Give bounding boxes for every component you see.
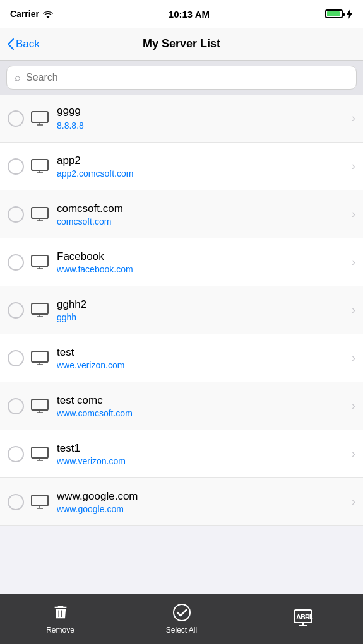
list-item[interactable]: test comc www.comcsoft.com ›	[0, 382, 363, 430]
select-all-button[interactable]: Select All	[121, 594, 242, 644]
svg-rect-16	[32, 303, 48, 314]
radio-circle[interactable]	[8, 494, 24, 510]
monitor-icon	[30, 158, 49, 175]
list-item[interactable]: test wwe.verizon.com ›	[0, 334, 363, 382]
server-url: 8.8.8.8	[57, 120, 347, 131]
back-label: Back	[16, 38, 40, 50]
server-info: 9999 8.8.8.8	[57, 107, 347, 131]
server-url: www.verizon.com	[57, 456, 347, 466]
server-info: test comc www.comcsoft.com	[57, 394, 347, 418]
server-name: app2	[57, 155, 347, 167]
back-button[interactable]: Back	[8, 38, 40, 50]
chevron-right-icon: ›	[352, 208, 355, 221]
remove-label: Remove	[46, 626, 74, 635]
server-name: Facebook	[57, 250, 347, 263]
battery-area	[325, 9, 353, 19]
server-url: gghh	[57, 312, 347, 322]
monitor-icon	[30, 206, 49, 223]
server-info: test wwe.verizon.com	[57, 346, 347, 370]
list-item[interactable]: 9999 8.8.8.8 ›	[0, 95, 363, 143]
server-info: gghh2 gghh	[57, 298, 347, 322]
list-item[interactable]: comcsoft.com comcsoft.com ›	[0, 190, 363, 238]
back-chevron-icon	[8, 38, 14, 50]
search-bar: ⌕	[6, 66, 357, 90]
server-url: comcsoft.com	[57, 216, 347, 226]
server-info: test1 www.verizon.com	[57, 442, 347, 466]
server-url: www.comcsoft.com	[57, 408, 347, 418]
select-all-label: Select All	[166, 626, 197, 635]
server-url: wwe.verizon.com	[57, 360, 347, 370]
server-info: app2 app2.comcsoft.com	[57, 155, 347, 179]
page-title: My Server List	[143, 37, 220, 50]
list-item[interactable]: www.google.com www.google.com ›	[0, 478, 363, 526]
remove-button[interactable]: Remove	[0, 594, 121, 644]
list-item[interactable]: gghh2 gghh ›	[0, 286, 363, 334]
server-name: test1	[57, 442, 347, 455]
chevron-right-icon: ›	[352, 447, 355, 460]
svg-rect-20	[32, 351, 48, 362]
server-name: test comc	[57, 394, 347, 407]
list-item[interactable]: app2 app2.comcsoft.com ›	[0, 143, 363, 190]
server-info: comcsoft.com comcsoft.com	[57, 202, 347, 226]
radio-circle[interactable]	[8, 254, 24, 271]
svg-rect-4	[32, 160, 48, 170]
radio-circle[interactable]	[8, 158, 24, 175]
monitor-icon	[30, 302, 49, 319]
server-url: www.google.com	[57, 504, 347, 514]
search-icon: ⌕	[15, 72, 21, 83]
server-name: www.google.com	[57, 490, 347, 503]
server-name: gghh2	[57, 298, 347, 311]
chevron-right-icon: ›	[352, 112, 355, 125]
monitor-icon	[30, 110, 49, 127]
radio-circle[interactable]	[8, 302, 24, 319]
server-url: www.facebook.com	[57, 264, 347, 274]
select-all-icon	[173, 604, 191, 623]
monitor-icon	[30, 350, 49, 366]
server-info: Facebook www.facebook.com	[57, 250, 347, 274]
svg-text:ABRL: ABRL	[296, 613, 313, 621]
search-input[interactable]	[26, 72, 348, 83]
wifi-icon	[43, 10, 53, 18]
chevron-right-icon: ›	[352, 255, 355, 269]
server-url: app2.comcsoft.com	[57, 168, 347, 179]
server-list: 9999 8.8.8.8 › app2 app2.comcsoft.com ›	[0, 95, 363, 526]
chevron-right-icon: ›	[352, 351, 355, 365]
monitor-icon	[30, 398, 49, 414]
server-name: 9999	[57, 107, 347, 119]
svg-rect-12	[32, 255, 48, 266]
monitor-icon	[30, 254, 49, 271]
carrier-label: Carrier	[10, 9, 39, 19]
bottom-toolbar: Remove Select All ABRL	[0, 594, 363, 644]
svg-rect-28	[32, 447, 48, 458]
svg-rect-8	[32, 208, 48, 218]
search-container: ⌕	[0, 61, 363, 95]
carrier-wifi: Carrier	[10, 9, 53, 19]
battery-icon	[325, 9, 343, 18]
nav-bar: Back My Server List	[0, 28, 363, 61]
svg-point-36	[174, 604, 190, 621]
monitor-icon	[30, 446, 49, 462]
svg-rect-32	[32, 495, 48, 506]
charging-icon	[347, 9, 353, 19]
radio-circle[interactable]	[8, 398, 24, 414]
radio-circle[interactable]	[8, 446, 24, 462]
chevron-right-icon: ›	[352, 303, 355, 317]
list-item[interactable]: Facebook www.facebook.com ›	[0, 238, 363, 286]
radio-circle[interactable]	[8, 350, 24, 366]
server-info: www.google.com www.google.com	[57, 490, 347, 514]
radio-circle[interactable]	[8, 110, 24, 127]
server-name: test	[57, 346, 347, 359]
monitor-icon	[30, 494, 49, 510]
chevron-right-icon: ›	[352, 399, 355, 413]
chevron-right-icon: ›	[352, 160, 355, 173]
list-item[interactable]: test1 www.verizon.com ›	[0, 430, 363, 478]
status-time: 10:13 AM	[169, 9, 210, 20]
status-bar: Carrier 10:13 AM	[0, 0, 363, 28]
abr-icon: ABRL	[293, 609, 313, 630]
chevron-right-icon: ›	[352, 495, 355, 508]
server-name: comcsoft.com	[57, 202, 347, 215]
radio-circle[interactable]	[8, 206, 24, 223]
svg-rect-24	[32, 399, 48, 410]
svg-rect-0	[32, 112, 48, 122]
abr-button[interactable]: ABRL	[242, 594, 363, 644]
